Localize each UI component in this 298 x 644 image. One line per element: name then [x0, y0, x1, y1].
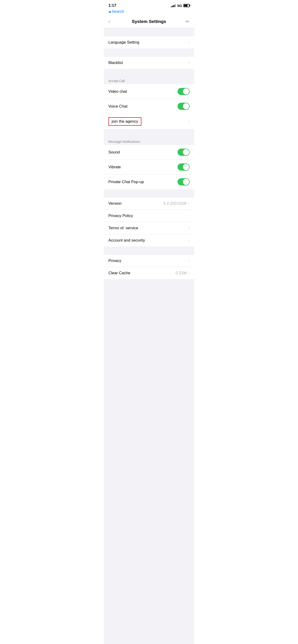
- toggle-knob: [183, 179, 189, 185]
- private-chat-popup-row: Private Chat Pop-up: [104, 174, 194, 189]
- private-chat-popup-label: Private Chat Pop-up: [108, 180, 144, 184]
- join-agency-inner: join the agency ›: [108, 117, 190, 126]
- accept-call-header: Accept Call: [104, 77, 194, 84]
- voice-chat-right: [178, 103, 190, 110]
- privacy-policy-row[interactable]: Privacy Policy ›: [104, 210, 194, 222]
- chevron-icon: ›: [188, 271, 190, 275]
- back-button[interactable]: ‹: [108, 18, 115, 24]
- clear-cache-row[interactable]: Clear Cache 0.21M ›: [104, 267, 194, 279]
- chevron-icon: ›: [188, 238, 190, 242]
- version-label: Version: [108, 201, 122, 206]
- toggle-knob: [183, 149, 189, 155]
- battery-icon: [183, 4, 190, 7]
- chevron-icon: ›: [188, 214, 190, 218]
- chevron-icon: ›: [188, 40, 190, 44]
- language-section: Language Setting ›: [104, 36, 194, 48]
- sound-row: Sound: [104, 145, 194, 160]
- battery-fill: [184, 5, 187, 6]
- page-title: System Settings: [132, 19, 166, 24]
- chevron-icon: ›: [188, 120, 190, 124]
- join-agency-row[interactable]: join the agency ›: [104, 114, 194, 130]
- blacklist-section: Blacklist ›: [104, 57, 194, 69]
- privacy-row[interactable]: Privacy ›: [104, 255, 194, 267]
- message-notifications-header: Message Notifications: [104, 138, 194, 145]
- privacy-policy-right: ›: [188, 214, 190, 218]
- search-back-label: Search: [108, 9, 124, 14]
- bottom-section: Privacy › Clear Cache 0.21M ›: [104, 255, 194, 279]
- account-security-right: ›: [188, 238, 190, 242]
- voice-chat-toggle[interactable]: [178, 103, 190, 110]
- language-row-right: ›: [188, 40, 190, 44]
- blacklist-row-right: ›: [188, 61, 190, 65]
- chevron-icon: ›: [188, 202, 190, 206]
- sound-label: Sound: [108, 150, 120, 154]
- vibrate-toggle[interactable]: [178, 164, 190, 170]
- signal-bars-icon: [171, 4, 176, 7]
- account-security-label: Account and security: [108, 238, 145, 243]
- vibrate-row: Vibrate: [104, 160, 194, 174]
- video-chat-row: Video chat: [104, 84, 194, 99]
- join-agency-label: join the agency: [112, 119, 138, 124]
- language-setting-row[interactable]: Language Setting ›: [104, 36, 194, 48]
- chevron-icon: ›: [188, 61, 190, 65]
- vibrate-label: Vibrate: [108, 165, 121, 170]
- clear-cache-value: 0.21M: [175, 271, 186, 276]
- settings-container: Language Setting › Blacklist › Accept Ca…: [104, 28, 194, 644]
- status-right: 5G: [171, 4, 190, 8]
- voice-chat-row: Voice Chat: [104, 99, 194, 114]
- status-time: 1:17: [108, 3, 116, 8]
- privacy-policy-label: Privacy Policy: [108, 214, 133, 218]
- chevron-icon: ›: [188, 259, 190, 263]
- join-agency-section: join the agency ›: [104, 114, 194, 130]
- toggle-knob: [183, 164, 189, 170]
- version-value: 5.2.250.0106: [163, 201, 186, 206]
- video-chat-right: [178, 88, 190, 95]
- blacklist-row[interactable]: Blacklist ›: [104, 57, 194, 69]
- vibrate-right: [178, 164, 190, 170]
- terms-of-service-label: Terms of service: [108, 226, 138, 230]
- join-agency-highlight: join the agency: [108, 117, 141, 126]
- blacklist-label: Blacklist: [108, 60, 123, 65]
- version-row[interactable]: Version 5.2.250.0106 ›: [104, 198, 194, 210]
- sound-right: [178, 148, 190, 156]
- privacy-label: Privacy: [108, 258, 121, 263]
- video-chat-toggle[interactable]: [178, 88, 190, 95]
- edit-button[interactable]: ✏: [183, 19, 190, 24]
- private-chat-popup-toggle[interactable]: [178, 178, 190, 186]
- search-back-link[interactable]: Search: [104, 9, 194, 16]
- clear-cache-right: 0.21M ›: [175, 271, 190, 276]
- video-chat-label: Video chat: [108, 89, 127, 94]
- toggle-knob: [183, 103, 189, 110]
- sound-toggle[interactable]: [178, 148, 190, 156]
- chevron-icon: ›: [188, 226, 190, 230]
- language-setting-label: Language Setting: [108, 40, 139, 45]
- nav-header: ‹ System Settings ✏: [104, 16, 194, 28]
- voice-chat-label: Voice Chat: [108, 104, 127, 109]
- version-right: 5.2.250.0106 ›: [163, 201, 190, 206]
- message-notifications-section: Sound Vibrate Private Chat Pop-up: [104, 145, 194, 189]
- account-security-row[interactable]: Account and security ›: [104, 234, 194, 246]
- network-type: 5G: [177, 4, 182, 8]
- terms-of-service-row[interactable]: Terms of service ›: [104, 222, 194, 234]
- toggle-knob: [183, 88, 189, 94]
- status-bar: 1:17 5G: [104, 0, 194, 9]
- privacy-right: ›: [188, 259, 190, 263]
- accept-call-section: Video chat Voice Chat: [104, 84, 194, 114]
- misc-section: Version 5.2.250.0106 › Privacy Policy › …: [104, 198, 194, 246]
- private-chat-popup-right: [178, 178, 190, 186]
- clear-cache-label: Clear Cache: [108, 271, 130, 276]
- terms-of-service-right: ›: [188, 226, 190, 230]
